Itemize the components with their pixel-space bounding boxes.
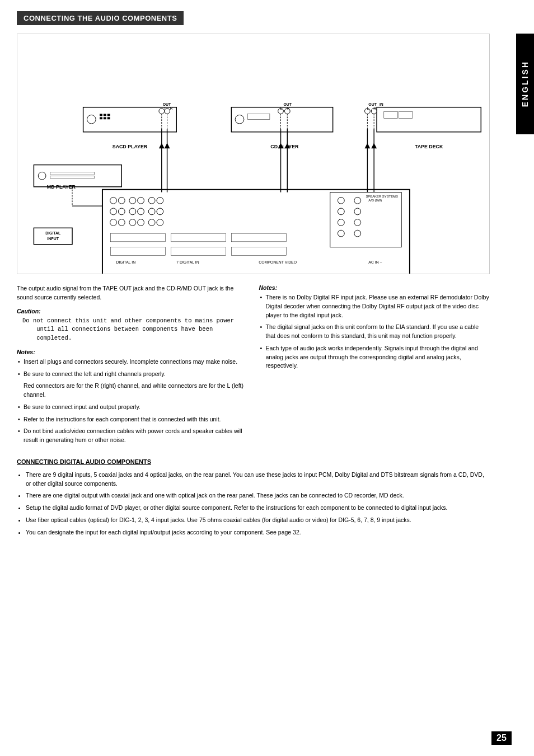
section2-item: Setup the digital audio format of DVD pl… bbox=[26, 504, 490, 513]
svg-rect-3 bbox=[104, 114, 106, 116]
caution-label: Caution: bbox=[17, 308, 248, 314]
notes-left-list: Insert all plugs and connectors securely… bbox=[17, 358, 248, 445]
svg-text:INPUT: INPUT bbox=[47, 237, 59, 241]
svg-rect-36 bbox=[102, 190, 410, 274]
svg-rect-4 bbox=[107, 114, 110, 116]
text-right-column: Notes: There is no Dolby Digital RF inpu… bbox=[259, 284, 490, 448]
svg-rect-20 bbox=[377, 107, 481, 132]
svg-text:COMPONENT VIDEO: COMPONENT VIDEO bbox=[259, 260, 297, 264]
note-item: There is no Dolby Digital RF input jack.… bbox=[259, 293, 490, 320]
svg-point-47 bbox=[148, 208, 155, 215]
svg-point-53 bbox=[148, 219, 155, 226]
section2-item: There are 9 digital inputs, 5 coaxial ja… bbox=[26, 471, 490, 489]
svg-point-41 bbox=[148, 197, 155, 204]
svg-point-9 bbox=[159, 109, 165, 114]
svg-point-63 bbox=[354, 230, 361, 237]
notes-left-label: Notes: bbox=[17, 349, 248, 355]
svg-point-45 bbox=[129, 208, 136, 215]
section2-item: Use fiber optical cables (optical) for D… bbox=[26, 516, 490, 525]
svg-rect-2 bbox=[100, 114, 102, 116]
svg-rect-6 bbox=[104, 117, 106, 119]
svg-point-60 bbox=[338, 219, 344, 226]
svg-text:DIGITAL IN: DIGITAL IN bbox=[116, 260, 135, 264]
svg-point-43 bbox=[110, 208, 117, 215]
svg-marker-110 bbox=[364, 143, 370, 148]
svg-point-49 bbox=[110, 219, 117, 226]
intro-text: The output audio signal from the TAPE OU… bbox=[17, 284, 248, 302]
svg-point-61 bbox=[354, 219, 361, 226]
section2-item: You can designate the input for each dig… bbox=[26, 528, 490, 537]
svg-text:R: R bbox=[287, 106, 289, 110]
svg-point-50 bbox=[118, 219, 125, 226]
svg-text:SPEAKER SYSTEMS: SPEAKER SYSTEMS bbox=[366, 195, 398, 198]
md-player-label: MD PLAYER bbox=[47, 184, 76, 190]
main-content: CONNECTING THE AUDIO COMPONENTS OUT L R … bbox=[0, 0, 515, 562]
section-title: CONNECTING THE AUDIO COMPONENTS bbox=[17, 11, 184, 25]
svg-text:AC IN ~: AC IN ~ bbox=[368, 260, 382, 264]
svg-text:L: L bbox=[367, 106, 369, 110]
svg-point-62 bbox=[338, 230, 344, 237]
svg-point-58 bbox=[338, 208, 344, 215]
svg-point-11 bbox=[165, 109, 170, 114]
svg-point-48 bbox=[157, 208, 163, 215]
section2-title: CONNECTING DIGITAL AUDIO COMPONENTS bbox=[17, 458, 490, 465]
svg-point-56 bbox=[338, 197, 344, 204]
svg-point-54 bbox=[157, 219, 163, 226]
svg-point-51 bbox=[129, 219, 136, 226]
note-subtext: Red connectors are for the R (right) cha… bbox=[24, 382, 248, 400]
note-item: Be sure to connect input and output prop… bbox=[17, 403, 248, 412]
svg-marker-111 bbox=[371, 143, 377, 148]
language-tab: ENGLISH bbox=[516, 34, 534, 134]
svg-point-52 bbox=[138, 219, 144, 226]
svg-text:DIGITAL: DIGITAL bbox=[45, 231, 60, 235]
svg-text:L: L bbox=[280, 106, 283, 110]
section2-list: There are 9 digital inputs, 5 coaxial ja… bbox=[17, 471, 490, 537]
sacd-player-label: SACD PLAYER bbox=[113, 144, 148, 149]
section2-item: There are one digital output with coaxia… bbox=[26, 491, 490, 500]
svg-text:7 DIGITAL IN: 7 DIGITAL IN bbox=[176, 260, 199, 264]
notes-right-label: Notes: bbox=[259, 284, 490, 291]
svg-point-39 bbox=[129, 197, 136, 204]
svg-text:R: R bbox=[170, 106, 173, 110]
note-item: Do not bind audio/video connection cable… bbox=[17, 427, 248, 445]
svg-point-38 bbox=[118, 197, 125, 204]
page-number: 25 bbox=[491, 731, 512, 745]
note-item: Each type of audio jack works independen… bbox=[259, 344, 490, 370]
note-item: The digital signal jacks on this unit co… bbox=[259, 323, 490, 341]
caution-text: Do not connect this unit and other compo… bbox=[22, 317, 248, 343]
svg-marker-106 bbox=[159, 143, 165, 148]
note-item: Insert all plugs and connectors securely… bbox=[17, 358, 248, 367]
svg-point-57 bbox=[354, 197, 361, 204]
language-label: ENGLISH bbox=[521, 60, 530, 107]
svg-text:R: R bbox=[373, 106, 376, 110]
tape-deck-label: TAPE DECK bbox=[415, 144, 443, 149]
connection-diagram: OUT L R SACD PLAYER OUT L R CD PLAYER OU… bbox=[17, 34, 490, 274]
notes-right-list: There is no Dolby Digital RF input jack.… bbox=[259, 293, 490, 370]
svg-marker-107 bbox=[165, 143, 170, 148]
svg-point-46 bbox=[138, 208, 144, 215]
svg-rect-5 bbox=[100, 117, 102, 119]
text-left-column: The output audio signal from the TAPE OU… bbox=[17, 284, 248, 448]
svg-text:A/B (8W): A/B (8W) bbox=[368, 199, 382, 202]
svg-text:IN: IN bbox=[380, 102, 383, 106]
svg-point-40 bbox=[138, 197, 144, 204]
cd-player-label: CD PLAYER bbox=[270, 144, 299, 149]
diagram-svg: OUT L R SACD PLAYER OUT L R CD PLAYER OU… bbox=[17, 34, 489, 274]
text-content-area: The output audio signal from the TAPE OU… bbox=[17, 284, 490, 448]
svg-rect-7 bbox=[107, 117, 110, 119]
note-item: Be sure to connect the left and right ch… bbox=[17, 370, 248, 379]
note-item: Refer to the instructions for each compo… bbox=[17, 415, 248, 424]
svg-point-37 bbox=[110, 197, 117, 204]
svg-point-59 bbox=[354, 208, 361, 215]
svg-point-44 bbox=[118, 208, 125, 215]
svg-point-42 bbox=[157, 197, 163, 204]
